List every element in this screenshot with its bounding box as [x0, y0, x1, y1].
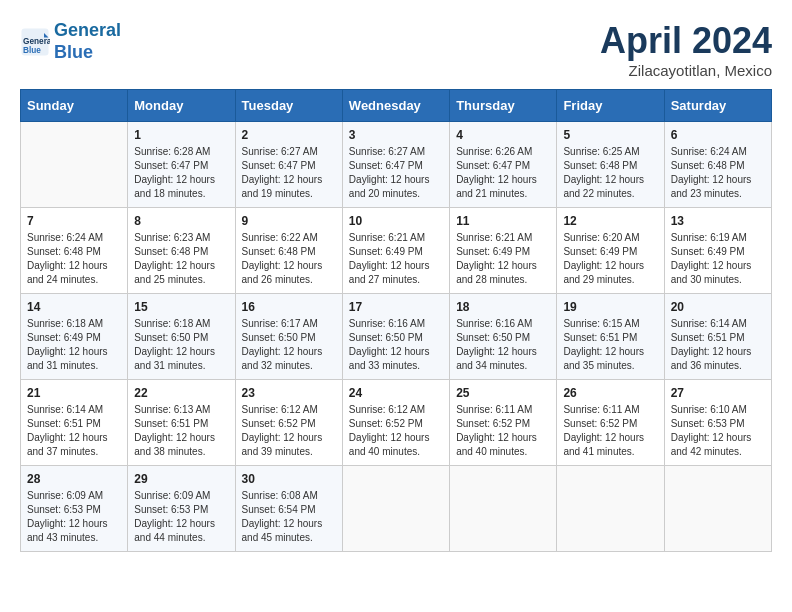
day-number: 4: [456, 128, 550, 142]
day-info: Sunrise: 6:27 AM Sunset: 6:47 PM Dayligh…: [349, 145, 443, 201]
day-info: Sunrise: 6:24 AM Sunset: 6:48 PM Dayligh…: [671, 145, 765, 201]
day-number: 21: [27, 386, 121, 400]
day-number: 19: [563, 300, 657, 314]
calendar-cell: 18Sunrise: 6:16 AM Sunset: 6:50 PM Dayli…: [450, 294, 557, 380]
day-of-week-header: Monday: [128, 90, 235, 122]
calendar-body: 1Sunrise: 6:28 AM Sunset: 6:47 PM Daylig…: [21, 122, 772, 552]
calendar-cell: 3Sunrise: 6:27 AM Sunset: 6:47 PM Daylig…: [342, 122, 449, 208]
day-number: 30: [242, 472, 336, 486]
day-number: 10: [349, 214, 443, 228]
calendar-cell: 13Sunrise: 6:19 AM Sunset: 6:49 PM Dayli…: [664, 208, 771, 294]
day-number: 18: [456, 300, 550, 314]
calendar-cell: 28Sunrise: 6:09 AM Sunset: 6:53 PM Dayli…: [21, 466, 128, 552]
calendar-cell: 30Sunrise: 6:08 AM Sunset: 6:54 PM Dayli…: [235, 466, 342, 552]
day-number: 17: [349, 300, 443, 314]
page-header: General Blue General Blue April 2024 Zil…: [20, 20, 772, 79]
calendar-cell: 29Sunrise: 6:09 AM Sunset: 6:53 PM Dayli…: [128, 466, 235, 552]
svg-text:Blue: Blue: [23, 45, 41, 54]
calendar-cell: 2Sunrise: 6:27 AM Sunset: 6:47 PM Daylig…: [235, 122, 342, 208]
calendar-cell: 27Sunrise: 6:10 AM Sunset: 6:53 PM Dayli…: [664, 380, 771, 466]
day-number: 6: [671, 128, 765, 142]
day-info: Sunrise: 6:09 AM Sunset: 6:53 PM Dayligh…: [27, 489, 121, 545]
day-info: Sunrise: 6:11 AM Sunset: 6:52 PM Dayligh…: [456, 403, 550, 459]
day-info: Sunrise: 6:28 AM Sunset: 6:47 PM Dayligh…: [134, 145, 228, 201]
calendar-cell: 21Sunrise: 6:14 AM Sunset: 6:51 PM Dayli…: [21, 380, 128, 466]
calendar-cell: 23Sunrise: 6:12 AM Sunset: 6:52 PM Dayli…: [235, 380, 342, 466]
calendar-cell: 11Sunrise: 6:21 AM Sunset: 6:49 PM Dayli…: [450, 208, 557, 294]
day-info: Sunrise: 6:24 AM Sunset: 6:48 PM Dayligh…: [27, 231, 121, 287]
day-number: 7: [27, 214, 121, 228]
day-info: Sunrise: 6:22 AM Sunset: 6:48 PM Dayligh…: [242, 231, 336, 287]
calendar-cell: 19Sunrise: 6:15 AM Sunset: 6:51 PM Dayli…: [557, 294, 664, 380]
day-number: 23: [242, 386, 336, 400]
logo: General Blue General Blue: [20, 20, 121, 63]
day-info: Sunrise: 6:25 AM Sunset: 6:48 PM Dayligh…: [563, 145, 657, 201]
calendar-week-row: 28Sunrise: 6:09 AM Sunset: 6:53 PM Dayli…: [21, 466, 772, 552]
day-number: 8: [134, 214, 228, 228]
day-info: Sunrise: 6:20 AM Sunset: 6:49 PM Dayligh…: [563, 231, 657, 287]
day-number: 26: [563, 386, 657, 400]
calendar-header-row: SundayMondayTuesdayWednesdayThursdayFrid…: [21, 90, 772, 122]
calendar-cell: 25Sunrise: 6:11 AM Sunset: 6:52 PM Dayli…: [450, 380, 557, 466]
day-of-week-header: Sunday: [21, 90, 128, 122]
location-subtitle: Zilacayotitlan, Mexico: [600, 62, 772, 79]
logo-icon: General Blue: [20, 27, 50, 57]
day-of-week-header: Saturday: [664, 90, 771, 122]
calendar-cell: 16Sunrise: 6:17 AM Sunset: 6:50 PM Dayli…: [235, 294, 342, 380]
day-of-week-header: Thursday: [450, 90, 557, 122]
day-number: 22: [134, 386, 228, 400]
day-info: Sunrise: 6:15 AM Sunset: 6:51 PM Dayligh…: [563, 317, 657, 373]
month-title: April 2024: [600, 20, 772, 62]
day-info: Sunrise: 6:27 AM Sunset: 6:47 PM Dayligh…: [242, 145, 336, 201]
day-number: 15: [134, 300, 228, 314]
calendar-cell: 8Sunrise: 6:23 AM Sunset: 6:48 PM Daylig…: [128, 208, 235, 294]
day-info: Sunrise: 6:18 AM Sunset: 6:49 PM Dayligh…: [27, 317, 121, 373]
calendar-cell: 12Sunrise: 6:20 AM Sunset: 6:49 PM Dayli…: [557, 208, 664, 294]
day-number: 1: [134, 128, 228, 142]
calendar-week-row: 7Sunrise: 6:24 AM Sunset: 6:48 PM Daylig…: [21, 208, 772, 294]
day-info: Sunrise: 6:21 AM Sunset: 6:49 PM Dayligh…: [349, 231, 443, 287]
day-number: 28: [27, 472, 121, 486]
day-info: Sunrise: 6:12 AM Sunset: 6:52 PM Dayligh…: [349, 403, 443, 459]
calendar-cell: [664, 466, 771, 552]
day-info: Sunrise: 6:10 AM Sunset: 6:53 PM Dayligh…: [671, 403, 765, 459]
day-info: Sunrise: 6:26 AM Sunset: 6:47 PM Dayligh…: [456, 145, 550, 201]
day-number: 3: [349, 128, 443, 142]
day-info: Sunrise: 6:18 AM Sunset: 6:50 PM Dayligh…: [134, 317, 228, 373]
day-info: Sunrise: 6:14 AM Sunset: 6:51 PM Dayligh…: [671, 317, 765, 373]
calendar-cell: 26Sunrise: 6:11 AM Sunset: 6:52 PM Dayli…: [557, 380, 664, 466]
day-number: 14: [27, 300, 121, 314]
day-info: Sunrise: 6:21 AM Sunset: 6:49 PM Dayligh…: [456, 231, 550, 287]
day-info: Sunrise: 6:23 AM Sunset: 6:48 PM Dayligh…: [134, 231, 228, 287]
day-of-week-header: Tuesday: [235, 90, 342, 122]
day-info: Sunrise: 6:17 AM Sunset: 6:50 PM Dayligh…: [242, 317, 336, 373]
day-number: 24: [349, 386, 443, 400]
calendar-cell: 4Sunrise: 6:26 AM Sunset: 6:47 PM Daylig…: [450, 122, 557, 208]
calendar-cell: [21, 122, 128, 208]
day-number: 25: [456, 386, 550, 400]
day-info: Sunrise: 6:08 AM Sunset: 6:54 PM Dayligh…: [242, 489, 336, 545]
calendar-cell: [450, 466, 557, 552]
calendar-cell: 10Sunrise: 6:21 AM Sunset: 6:49 PM Dayli…: [342, 208, 449, 294]
calendar-week-row: 14Sunrise: 6:18 AM Sunset: 6:49 PM Dayli…: [21, 294, 772, 380]
calendar-cell: 9Sunrise: 6:22 AM Sunset: 6:48 PM Daylig…: [235, 208, 342, 294]
calendar-cell: 20Sunrise: 6:14 AM Sunset: 6:51 PM Dayli…: [664, 294, 771, 380]
svg-text:General: General: [23, 36, 50, 45]
day-number: 12: [563, 214, 657, 228]
title-area: April 2024 Zilacayotitlan, Mexico: [600, 20, 772, 79]
day-number: 13: [671, 214, 765, 228]
calendar-table: SundayMondayTuesdayWednesdayThursdayFrid…: [20, 89, 772, 552]
day-number: 27: [671, 386, 765, 400]
day-number: 20: [671, 300, 765, 314]
calendar-cell: 17Sunrise: 6:16 AM Sunset: 6:50 PM Dayli…: [342, 294, 449, 380]
day-info: Sunrise: 6:14 AM Sunset: 6:51 PM Dayligh…: [27, 403, 121, 459]
calendar-cell: 15Sunrise: 6:18 AM Sunset: 6:50 PM Dayli…: [128, 294, 235, 380]
day-info: Sunrise: 6:16 AM Sunset: 6:50 PM Dayligh…: [456, 317, 550, 373]
day-info: Sunrise: 6:16 AM Sunset: 6:50 PM Dayligh…: [349, 317, 443, 373]
day-info: Sunrise: 6:11 AM Sunset: 6:52 PM Dayligh…: [563, 403, 657, 459]
calendar-cell: 22Sunrise: 6:13 AM Sunset: 6:51 PM Dayli…: [128, 380, 235, 466]
calendar-cell: 7Sunrise: 6:24 AM Sunset: 6:48 PM Daylig…: [21, 208, 128, 294]
day-number: 2: [242, 128, 336, 142]
day-of-week-header: Wednesday: [342, 90, 449, 122]
day-info: Sunrise: 6:13 AM Sunset: 6:51 PM Dayligh…: [134, 403, 228, 459]
